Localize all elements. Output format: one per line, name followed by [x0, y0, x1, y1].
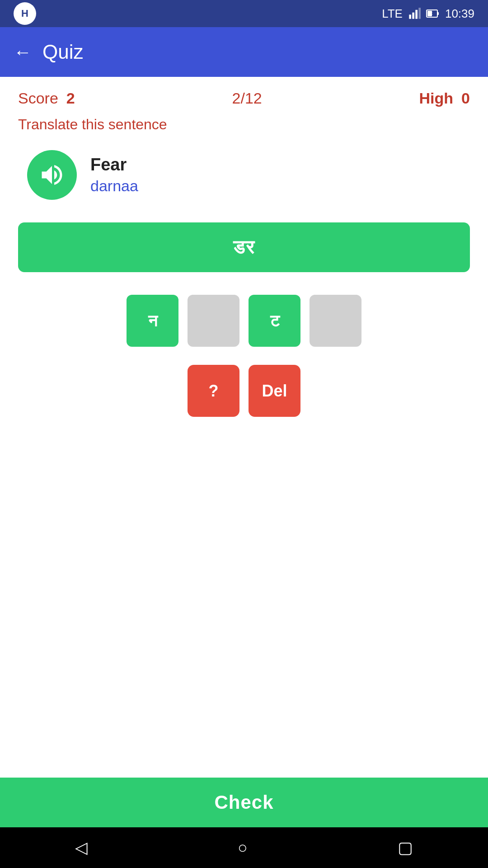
letter-tiles-row: न ट — [0, 281, 488, 360]
high-label: High — [419, 90, 454, 107]
delete-button[interactable]: Del — [249, 365, 300, 417]
hint-button[interactable]: ? — [188, 365, 239, 417]
translate-instruction: Translate this sentence — [0, 112, 488, 146]
letter-tile-0[interactable]: न — [127, 295, 178, 347]
score-row: Score 2 2/12 High 0 — [0, 77, 488, 112]
status-bar: H LTE 10:39 — [0, 0, 488, 27]
svg-rect-1 — [412, 13, 414, 19]
nav-bar: ◁ ○ ▢ — [0, 827, 488, 868]
action-buttons-row: ? Del — [0, 360, 488, 430]
check-button[interactable]: Check — [0, 778, 488, 827]
svg-rect-0 — [409, 14, 411, 19]
letter-tile-3[interactable] — [310, 295, 361, 347]
speaker-button[interactable] — [27, 150, 77, 200]
speaker-icon — [38, 161, 66, 189]
nav-recent-icon[interactable]: ▢ — [398, 838, 413, 857]
svg-rect-5 — [437, 12, 439, 15]
content-area: Score 2 2/12 High 0 Translate this sente… — [0, 77, 488, 827]
signal-icon — [408, 7, 421, 20]
word-info: Fear darnaa — [90, 155, 138, 195]
svg-rect-3 — [418, 8, 421, 19]
word-card-row: Fear darnaa — [0, 146, 488, 213]
score-value: 2 — [66, 90, 75, 107]
answer-box: डर — [18, 222, 470, 272]
app-title: Quiz — [42, 41, 83, 63]
lte-icon: LTE — [382, 7, 403, 21]
letter-tile-1[interactable] — [188, 295, 239, 347]
letter-tile-2[interactable]: ट — [249, 295, 300, 347]
back-button[interactable]: ← — [14, 42, 32, 62]
nav-home-icon[interactable]: ○ — [238, 838, 248, 857]
word-english: Fear — [90, 155, 138, 175]
status-icons: LTE 10:39 — [382, 7, 474, 21]
svg-rect-2 — [415, 10, 418, 19]
app-bar: ← Quiz — [0, 27, 488, 77]
answer-text: डर — [233, 236, 255, 258]
high-value: 0 — [461, 90, 470, 107]
word-transliteration: darnaa — [90, 177, 138, 195]
battery-icon — [426, 7, 440, 20]
time-display: 10:39 — [445, 7, 474, 21]
nav-back-icon[interactable]: ◁ — [75, 838, 88, 857]
spacer — [0, 430, 488, 778]
progress-label: 2/12 — [232, 90, 262, 107]
app-icon: H — [14, 2, 36, 25]
score-label: Score — [18, 90, 58, 107]
